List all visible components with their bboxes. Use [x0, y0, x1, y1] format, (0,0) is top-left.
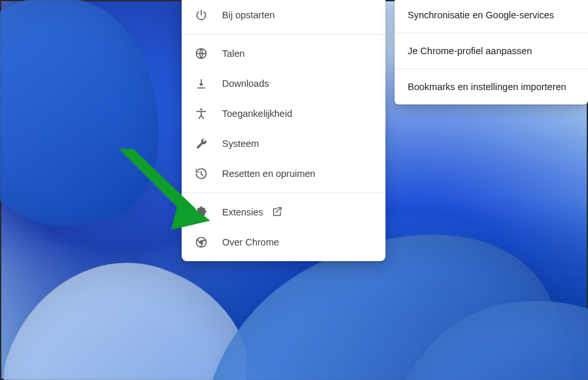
sidebar-item-reset[interactable]: Resetten en opruimen — [182, 159, 385, 189]
sidebar-item-about[interactable]: Over Chrome — [182, 227, 385, 257]
settings-flyout: Synchronisatie en Google-services Je Chr… — [395, 0, 588, 104]
sidebar-item-label: Resetten en opruimen — [222, 168, 316, 179]
divider — [182, 34, 385, 35]
sidebar-item-startup[interactable]: Bij opstarten — [182, 0, 385, 30]
sidebar-item-label: Talen — [222, 48, 245, 59]
sidebar-item-extensions[interactable]: Extensies — [182, 197, 385, 227]
flyout-item-label: Je Chrome-profiel aanpassen — [408, 46, 532, 56]
puzzle-icon — [193, 204, 209, 220]
chrome-icon — [193, 234, 209, 250]
history-icon — [193, 166, 209, 182]
sidebar-item-label: Extensies — [222, 207, 263, 217]
wallpaper-shape — [0, 0, 199, 261]
flyout-item-sync[interactable]: Synchronisatie en Google-services — [395, 0, 588, 33]
power-icon — [193, 7, 209, 23]
sidebar-item-label: Over Chrome — [222, 237, 279, 247]
flyout-item-import[interactable]: Bookmarks en instellingen importeren — [395, 69, 588, 104]
globe-icon — [193, 46, 209, 61]
sidebar-item-label: Downloads — [222, 78, 269, 89]
svg-rect-1 — [197, 87, 205, 89]
sidebar-item-system[interactable]: Systeem — [182, 129, 385, 159]
flyout-item-label: Synchronisatie en Google-services — [408, 10, 554, 20]
wrench-icon — [193, 136, 209, 151]
sidebar-item-label: Systeem — [222, 138, 259, 149]
svg-point-2 — [201, 108, 203, 110]
desktop-background: Bij opstarten Talen Downloads Toegankeli… — [0, 0, 588, 380]
accessibility-icon — [193, 106, 209, 121]
open-external-icon — [271, 206, 284, 219]
flyout-item-profile[interactable]: Je Chrome-profiel aanpassen — [395, 33, 588, 69]
sidebar-item-languages[interactable]: Talen — [182, 39, 385, 69]
sidebar-item-label: Toegankelijkheid — [222, 108, 292, 119]
sidebar-item-accessibility[interactable]: Toegankelijkheid — [182, 99, 385, 129]
sidebar-item-label: Bij opstarten — [222, 10, 275, 20]
divider — [182, 193, 385, 193]
sidebar-item-downloads[interactable]: Downloads — [182, 69, 385, 99]
flyout-item-label: Bookmarks en instellingen importeren — [408, 82, 566, 92]
settings-sidebar: Bij opstarten Talen Downloads Toegankeli… — [182, 0, 385, 261]
download-icon — [193, 76, 209, 91]
